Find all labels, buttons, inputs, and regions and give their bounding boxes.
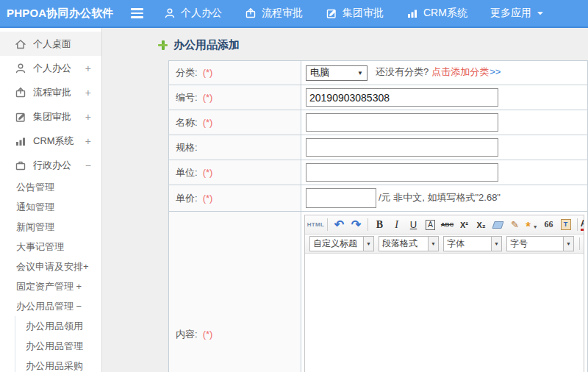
sidebar-item-15[interactable]: 办公用品管理 [0,336,101,356]
sidebar-item-8[interactable]: 通知管理 [0,197,101,217]
toolbar-separator [327,218,328,231]
dropdown-caret-icon[interactable]: ▼ [491,237,501,251]
number-row: 编号:(*) [169,85,588,110]
dropdown-caret-icon[interactable]: ▼ [563,237,573,251]
superscript-button[interactable]: X² [457,218,472,232]
category-select[interactable]: 电脑▼ [306,65,368,81]
number-input[interactable] [306,88,498,107]
spec-row: 规格: [169,135,588,160]
sidebar-item-16[interactable]: 办公用品采购 [0,356,101,372]
expand-plus-icon[interactable]: + [85,135,91,147]
nav-item-1[interactable]: 个人办公 [164,7,222,20]
menu-toggle-icon[interactable] [131,8,143,18]
sidebar-item-9[interactable]: 新闻管理 [0,217,101,237]
dropdown-caret-icon[interactable]: ▼ [363,237,373,251]
content-field-cell: HTML↶↷BIUAABCX²X₂✎*▼66TA▼ab▼自定义标题▼段落格式▼字… [301,212,588,372]
sidebar-item-label: CRM系统 [33,135,74,148]
paragraph-select[interactable]: 段落格式▼ [379,236,439,251]
price-field-cell: /元 非中文, 如填写格式"2.68" [301,185,588,212]
briefcase-icon [15,160,26,171]
top-nav: 个人办公流程审批集团审批CRM系统更多应用 [164,7,567,20]
sidebar-item-11[interactable]: 会议申请及安排+ [0,257,101,276]
sidebar-item-6[interactable]: 行政办公− [0,153,101,177]
rich-text-editor: HTML↶↷BIUAABCX²X₂✎*▼66TA▼ab▼自定义标题▼段落格式▼字… [304,215,584,372]
office-supply-form: 分类:(*)电脑▼还没有分类?点击添加分类>>编号:(*)名称:(*)规格:单位… [168,60,588,372]
sidebar-item-label: 流程审批 [33,86,71,99]
nav-item-label: 集团审批 [343,7,384,20]
font-color-button[interactable]: A▼ [582,218,584,232]
sidebar-item-3[interactable]: 流程审批+ [0,80,101,104]
paragraph-select-value: 段落格式 [379,237,428,251]
sidebar-item-label: 会议申请及安排+ [16,260,89,273]
custom-style-button[interactable]: *▼ [525,215,539,235]
redo-button[interactable]: ↷ [349,218,364,232]
format-brush-button[interactable]: ✎ [508,218,523,232]
nav-item-5[interactable]: 更多应用 [490,7,544,20]
nav-item-4[interactable]: CRM系统 [406,7,467,20]
undo-button[interactable]: ↶ [332,218,347,232]
sidebar-item-2[interactable]: 个人办公+ [0,56,101,80]
char-border-button[interactable]: A [423,218,438,232]
required-mark: (*) [203,92,213,103]
custom-title-select[interactable]: 自定义标题▼ [309,236,374,251]
blockquote-button[interactable]: 66 [542,218,556,232]
price-label: 单价: [176,193,198,204]
spec-field-cell [301,135,588,160]
sidebar-item-4[interactable]: 集团审批+ [0,104,101,129]
nav-item-3[interactable]: 集团审批 [326,7,384,20]
bold-button[interactable]: B [373,218,387,232]
user-icon [15,62,26,74]
toolbar-separator [577,218,578,231]
add-category-arrows[interactable]: >> [490,66,501,77]
sidebar-item-5[interactable]: CRM系统+ [0,129,101,153]
underline-button[interactable]: U [406,218,421,232]
category-label: 分类: [176,67,198,78]
editor-content[interactable] [305,254,584,372]
required-mark: (*) [203,329,213,340]
sidebar-item-1[interactable]: 个人桌面 [0,32,101,56]
required-mark: (*) [203,167,213,178]
category-select-value: 电脑 [310,66,329,79]
expand-plus-icon[interactable]: + [85,62,91,74]
font-size-select-value: 字号 [507,237,563,251]
add-category-link[interactable]: 点击添加分类 [431,66,489,77]
unit-row: 单位:(*) [169,160,588,185]
expand-plus-icon[interactable]: + [85,87,91,99]
dropdown-caret-icon[interactable]: ▼ [428,237,438,251]
font-family-select[interactable]: 字体▼ [443,236,502,251]
name-input[interactable] [306,113,498,132]
name-label: 名称: [176,117,198,128]
sidebar-item-13[interactable]: 办公用品管理 − [0,296,101,316]
sidebar-item-10[interactable]: 大事记管理 [0,237,101,257]
unit-input[interactable] [306,163,498,182]
eraser-button[interactable] [491,218,506,232]
paste-button[interactable]: T [559,218,573,232]
nav-item-label: 流程审批 [262,7,303,20]
source-button[interactable]: HTML [309,218,323,232]
spec-input[interactable] [306,138,498,157]
number-label-cell: 编号:(*) [169,85,301,110]
subscript-button[interactable]: X₂ [474,218,489,232]
number-field-cell [301,85,588,110]
sidebar-item-14[interactable]: 办公用品领用 [0,316,101,336]
sidebar-item-label: 公告管理 [16,181,54,194]
expand-plus-icon[interactable]: + [85,111,91,123]
sidebar-item-12[interactable]: 固定资产管理 + [0,276,101,296]
edit-icon [326,7,337,19]
price-input[interactable] [306,188,376,208]
eraser-button-glyph [492,221,503,229]
sidebar-item-label: 大事记管理 [16,240,64,254]
content-label-cell: 内容:(*) [169,212,301,372]
spec-label: 规格: [176,142,198,153]
user-icon [164,7,176,19]
sidebar-item-label: 个人桌面 [33,37,71,51]
collapse-minus-icon[interactable]: − [85,160,91,171]
category-hint: 还没有分类? [376,66,429,77]
sidebar: 个人桌面个人办公+流程审批+集团审批+CRM系统+行政办公−公告管理通知管理新闻… [0,28,102,372]
strikethrough-button[interactable]: ABC [440,218,455,232]
font-size-select[interactable]: 字号▼ [506,236,574,251]
sidebar-item-7[interactable]: 公告管理 [0,177,101,197]
italic-button[interactable]: I [390,218,404,232]
nav-item-2[interactable]: 流程审批 [245,7,303,20]
required-mark: (*) [203,193,213,204]
